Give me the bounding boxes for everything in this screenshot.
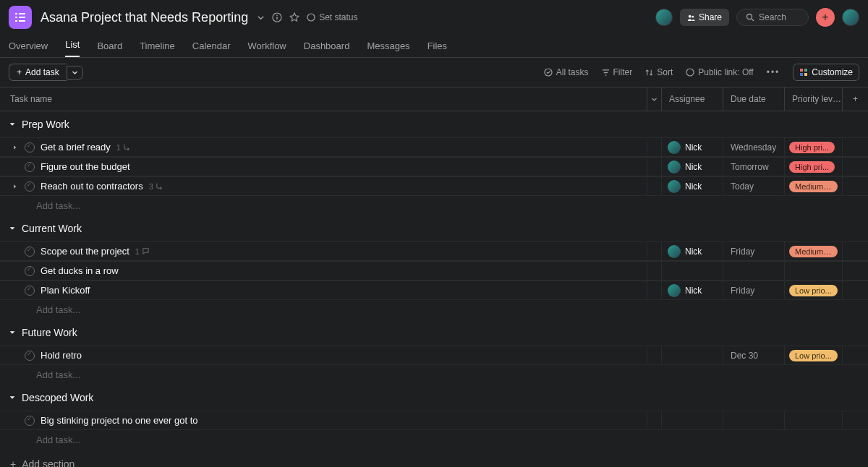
complete-checkbox[interactable]: [25, 142, 35, 153]
assignee-name: Nick: [685, 142, 702, 153]
assignee-cell[interactable]: Nick: [662, 281, 723, 299]
due-date-cell[interactable]: [723, 262, 785, 280]
complete-checkbox[interactable]: [25, 416, 35, 426]
section-header[interactable]: Prep Work: [0, 111, 868, 137]
task-name-cell[interactable]: Get ducks in a row: [0, 262, 647, 280]
section-header[interactable]: Future Work: [0, 320, 868, 346]
task-name-cell[interactable]: Get a brief ready1: [0, 138, 647, 156]
task-row[interactable]: Big stinking project no one ever got to: [0, 411, 868, 430]
due-date-cell[interactable]: Wednesday: [723, 138, 785, 156]
assignee-cell[interactable]: Nick: [662, 138, 723, 156]
assignee-cell[interactable]: [662, 346, 723, 364]
add-task-row[interactable]: Add task...: [0, 430, 868, 450]
assignee-cell[interactable]: Nick: [662, 242, 723, 260]
add-task-button[interactable]: + Add task: [9, 64, 67, 81]
set-status-button[interactable]: Set status: [307, 12, 357, 22]
assignee-cell[interactable]: [662, 411, 723, 429]
star-icon[interactable]: [289, 12, 299, 22]
due-date-cell[interactable]: Friday: [723, 281, 785, 299]
priority-cell[interactable]: Low prio...: [785, 281, 843, 299]
tab-calendar[interactable]: Calendar: [192, 40, 231, 57]
task-name-cell[interactable]: Figure out the budget: [0, 158, 647, 176]
assignee-cell[interactable]: [662, 262, 723, 280]
column-assignee[interactable]: Assignee: [662, 87, 723, 111]
project-title[interactable]: Asana Project that Needs Reporting: [41, 10, 248, 25]
add-task-row[interactable]: Add task...: [0, 365, 868, 385]
column-due-date[interactable]: Due date: [723, 87, 785, 111]
priority-cell[interactable]: Medium ...: [785, 242, 843, 260]
info-icon[interactable]: [272, 12, 282, 22]
complete-checkbox[interactable]: [25, 351, 35, 361]
chevron-down-icon: [9, 394, 16, 401]
tab-workflow[interactable]: Workflow: [248, 40, 286, 57]
column-priority[interactable]: Priority level?: [785, 87, 843, 111]
tab-board[interactable]: Board: [97, 40, 122, 57]
column-name-menu[interactable]: [647, 87, 662, 111]
priority-cell[interactable]: Low prio...: [785, 346, 843, 364]
task-name-cell[interactable]: Big stinking project no one ever got to: [0, 411, 647, 429]
task-row[interactable]: Figure out the budgetNickTomorrowHigh pr…: [0, 157, 868, 176]
section-header[interactable]: Descoped Work: [0, 385, 868, 411]
priority-cell[interactable]: High pri...: [785, 158, 843, 176]
assignee-cell[interactable]: Nick: [662, 177, 723, 195]
due-date-cell[interactable]: Tomorrow: [723, 158, 785, 176]
all-tasks-filter[interactable]: All tasks: [544, 67, 589, 77]
customize-button[interactable]: Customize: [793, 64, 859, 81]
task-row[interactable]: Plan KickoffNickFridayLow prio...: [0, 280, 868, 300]
task-name: Figure out the budget: [41, 161, 130, 172]
user-avatar[interactable]: [842, 9, 859, 26]
due-date-cell[interactable]: Today: [723, 177, 785, 195]
project-icon[interactable]: [9, 6, 32, 29]
sort-button[interactable]: Sort: [645, 67, 673, 77]
task-row[interactable]: Get a brief ready1 NickWednesdayHigh pri…: [0, 137, 868, 157]
member-avatar[interactable]: [655, 9, 673, 26]
task-row[interactable]: Reach out to contractors3 NickTodayMediu…: [0, 176, 868, 196]
task-name-cell[interactable]: Reach out to contractors3: [0, 177, 647, 195]
add-task-row[interactable]: Add task...: [0, 300, 868, 320]
task-name-cell[interactable]: Hold retro: [0, 346, 647, 364]
tab-overview[interactable]: Overview: [9, 40, 48, 57]
task-row[interactable]: Scope out the project1 NickFridayMedium …: [0, 241, 868, 261]
tab-timeline[interactable]: Timeline: [140, 40, 175, 57]
task-name-cell[interactable]: Plan Kickoff: [0, 281, 647, 299]
tab-dashboard[interactable]: Dashboard: [304, 40, 350, 57]
complete-checkbox[interactable]: [25, 286, 35, 296]
tab-list[interactable]: List: [65, 39, 80, 57]
global-add-button[interactable]: +: [816, 8, 835, 27]
section-header[interactable]: Current Work: [0, 215, 868, 241]
task-name-cell[interactable]: Scope out the project1: [0, 242, 647, 260]
extra-cell: [843, 411, 868, 429]
priority-cell[interactable]: Medium ...: [785, 177, 843, 195]
chevron-down-icon[interactable]: [257, 14, 265, 22]
add-task-dropdown[interactable]: [67, 66, 83, 80]
tab-messages[interactable]: Messages: [367, 40, 409, 57]
complete-checkbox[interactable]: [25, 247, 35, 257]
svg-point-10: [689, 14, 692, 17]
more-menu[interactable]: •••: [767, 67, 780, 77]
tab-files[interactable]: Files: [427, 40, 447, 57]
expand-icon[interactable]: [12, 145, 19, 150]
share-button[interactable]: Share: [680, 9, 729, 26]
due-date-cell[interactable]: [723, 411, 785, 429]
expand-icon[interactable]: [12, 184, 19, 189]
add-column-button[interactable]: +: [843, 87, 868, 111]
add-task-label: Add task: [25, 67, 59, 77]
priority-cell[interactable]: [785, 411, 843, 429]
complete-checkbox[interactable]: [25, 181, 35, 192]
svg-rect-8: [276, 15, 277, 16]
priority-cell[interactable]: High pri...: [785, 138, 843, 156]
add-section-button[interactable]: + Add section: [0, 450, 868, 467]
due-date-cell[interactable]: Friday: [723, 242, 785, 260]
search-input[interactable]: Search: [736, 9, 809, 26]
due-date-cell[interactable]: Dec 30: [723, 346, 785, 364]
complete-checkbox[interactable]: [25, 266, 35, 276]
task-row[interactable]: Hold retroDec 30Low prio...: [0, 346, 868, 365]
assignee-cell[interactable]: Nick: [662, 158, 723, 176]
public-link-toggle[interactable]: Public link: Off: [686, 67, 753, 77]
complete-checkbox[interactable]: [25, 162, 35, 172]
filter-button[interactable]: Filter: [602, 67, 633, 77]
task-row[interactable]: Get ducks in a row: [0, 261, 868, 280]
priority-cell[interactable]: [785, 262, 843, 280]
column-task-name[interactable]: Task name: [0, 87, 647, 111]
add-task-row[interactable]: Add task...: [0, 196, 868, 215]
